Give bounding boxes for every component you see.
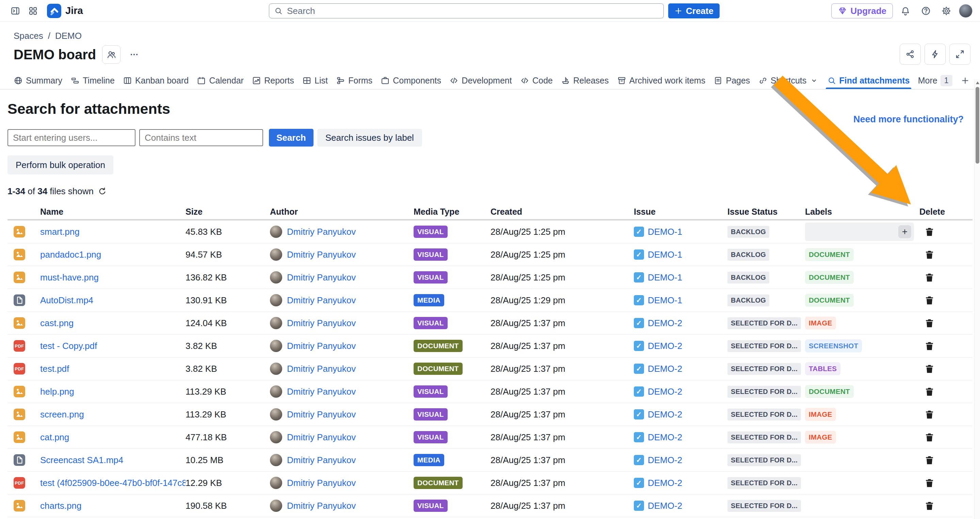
help-button[interactable] bbox=[918, 3, 934, 19]
create-button[interactable]: Create bbox=[668, 3, 720, 18]
delete-button[interactable] bbox=[924, 249, 935, 260]
settings-button[interactable] bbox=[939, 3, 954, 19]
breadcrumb-project[interactable]: DEMO bbox=[55, 31, 82, 41]
file-name-link[interactable]: cast.png bbox=[40, 318, 73, 328]
tab-reports[interactable]: Reports bbox=[252, 72, 294, 89]
author-link[interactable]: Dmitriy Panyukov bbox=[287, 318, 356, 329]
scrollbar-up-arrow[interactable] bbox=[976, 81, 979, 84]
app-switcher-button[interactable] bbox=[25, 3, 41, 19]
tab-kanban-board[interactable]: Kanban board bbox=[123, 72, 189, 89]
delete-button[interactable] bbox=[924, 432, 935, 443]
file-name-link[interactable]: smart.png bbox=[40, 227, 80, 237]
search-button[interactable]: Search bbox=[269, 129, 313, 147]
automation-button[interactable] bbox=[924, 44, 946, 65]
delete-button[interactable] bbox=[924, 409, 935, 420]
user-avatar[interactable] bbox=[959, 4, 972, 18]
delete-button[interactable] bbox=[924, 455, 935, 465]
search-by-label-button[interactable]: Search issues by label bbox=[317, 129, 422, 147]
author-link[interactable]: Dmitriy Panyukov bbox=[287, 272, 356, 283]
tab-archived-work-items[interactable]: Archived work items bbox=[617, 72, 706, 89]
issue-link[interactable]: DEMO-2 bbox=[648, 432, 682, 443]
scrollbar-thumb[interactable] bbox=[975, 87, 979, 164]
author-link[interactable]: Dmitriy Panyukov bbox=[287, 478, 356, 488]
tab-summary[interactable]: Summary bbox=[14, 72, 62, 89]
tab-calendar[interactable]: Calendar bbox=[197, 72, 243, 89]
file-name-link[interactable]: test - Copy.pdf bbox=[40, 341, 97, 351]
delete-button[interactable] bbox=[924, 318, 935, 329]
issue-link[interactable]: DEMO-2 bbox=[648, 409, 682, 420]
delete-button[interactable] bbox=[924, 272, 935, 283]
need-more-functionality-link[interactable]: Need more functionality? bbox=[853, 114, 964, 125]
file-name-link[interactable]: screen.png bbox=[40, 409, 84, 420]
issue-link[interactable]: DEMO-2 bbox=[648, 364, 682, 374]
file-name-link[interactable]: cat.png bbox=[40, 432, 69, 442]
author-link[interactable]: Dmitriy Panyukov bbox=[287, 386, 356, 397]
vertical-scrollbar[interactable] bbox=[974, 80, 980, 519]
file-name-link[interactable]: AutoDist.mp4 bbox=[40, 295, 93, 305]
tab-code[interactable]: Code bbox=[520, 72, 553, 89]
tab-add[interactable] bbox=[961, 72, 970, 89]
jira-brand[interactable]: Jira bbox=[47, 4, 83, 18]
global-search[interactable] bbox=[269, 3, 664, 18]
tab-shortcuts[interactable]: Shortcuts bbox=[759, 72, 819, 89]
author-link[interactable]: Dmitriy Panyukov bbox=[287, 295, 356, 306]
share-button[interactable] bbox=[900, 44, 921, 65]
file-name-link[interactable]: help.png bbox=[40, 386, 74, 397]
delete-button[interactable] bbox=[924, 295, 935, 306]
issue-link[interactable]: DEMO-1 bbox=[648, 295, 682, 306]
tab-find-attachments[interactable]: Find attachments bbox=[827, 72, 910, 89]
file-name-link[interactable]: pandadoc1.png bbox=[40, 249, 101, 260]
delete-button[interactable] bbox=[924, 364, 935, 374]
label-editor-field[interactable]: + bbox=[805, 222, 914, 241]
author-link[interactable]: Dmitriy Panyukov bbox=[287, 364, 356, 374]
author-link[interactable]: Dmitriy Panyukov bbox=[287, 432, 356, 443]
issue-link[interactable]: DEMO-2 bbox=[648, 501, 682, 511]
bulk-operation-button[interactable]: Perform bulk operation bbox=[8, 155, 113, 174]
author-link[interactable]: Dmitriy Panyukov bbox=[287, 455, 356, 465]
file-name-link[interactable]: Screencast SA1.mp4 bbox=[40, 455, 123, 465]
author-link[interactable]: Dmitriy Panyukov bbox=[287, 501, 356, 511]
delete-button[interactable] bbox=[924, 501, 935, 511]
issue-link[interactable]: DEMO-1 bbox=[648, 227, 682, 237]
issue-link[interactable]: DEMO-2 bbox=[648, 341, 682, 351]
users-filter-input[interactable] bbox=[8, 129, 135, 146]
issue-link[interactable]: DEMO-2 bbox=[648, 318, 682, 329]
tab-forms[interactable]: Forms bbox=[336, 72, 372, 89]
board-more-actions-button[interactable] bbox=[127, 47, 142, 62]
tab-list[interactable]: List bbox=[302, 72, 328, 89]
breadcrumb-spaces[interactable]: Spaces bbox=[14, 31, 43, 41]
tab-releases[interactable]: Releases bbox=[561, 72, 609, 89]
delete-button[interactable] bbox=[924, 341, 935, 351]
issue-link[interactable]: DEMO-2 bbox=[648, 386, 682, 397]
upgrade-button[interactable]: Upgrade bbox=[831, 3, 893, 18]
delete-button[interactable] bbox=[924, 227, 935, 237]
delete-button[interactable] bbox=[924, 478, 935, 488]
add-label-button[interactable]: + bbox=[898, 225, 911, 238]
tab-components[interactable]: Components bbox=[380, 72, 441, 89]
sidebar-toggle-button[interactable] bbox=[8, 3, 23, 19]
refresh-button[interactable] bbox=[98, 187, 107, 196]
file-name-link[interactable]: test (4f025909-b0ee-47b0-bf0f-147c8afd..… bbox=[40, 478, 186, 488]
issue-link[interactable]: DEMO-1 bbox=[648, 272, 682, 283]
author-link[interactable]: Dmitriy Panyukov bbox=[287, 409, 356, 420]
author-link[interactable]: Dmitriy Panyukov bbox=[287, 227, 356, 237]
tab-more[interactable]: More1 bbox=[918, 72, 953, 89]
issue-link[interactable]: DEMO-2 bbox=[648, 455, 682, 465]
notifications-button[interactable] bbox=[897, 3, 913, 19]
file-name-link[interactable]: must-have.png bbox=[40, 272, 99, 283]
tab-timeline[interactable]: Timeline bbox=[70, 72, 115, 89]
board-members-button[interactable] bbox=[102, 45, 121, 64]
global-search-input[interactable] bbox=[287, 6, 659, 16]
issue-link[interactable]: DEMO-1 bbox=[648, 249, 682, 260]
file-name-link[interactable]: charts.png bbox=[40, 501, 81, 511]
file-name-link[interactable]: test.pdf bbox=[40, 364, 69, 374]
author-link[interactable]: Dmitriy Panyukov bbox=[287, 249, 356, 260]
tab-pages[interactable]: Pages bbox=[713, 72, 750, 89]
table-body: smart.png45.83 KBDmitriy PanyukovVISUAL2… bbox=[8, 220, 972, 519]
delete-button[interactable] bbox=[924, 386, 935, 397]
tab-development[interactable]: Development bbox=[449, 72, 512, 89]
issue-link[interactable]: DEMO-2 bbox=[648, 478, 682, 488]
text-filter-input[interactable] bbox=[139, 129, 263, 146]
author-link[interactable]: Dmitriy Panyukov bbox=[287, 341, 356, 351]
fullscreen-button[interactable] bbox=[949, 44, 970, 65]
